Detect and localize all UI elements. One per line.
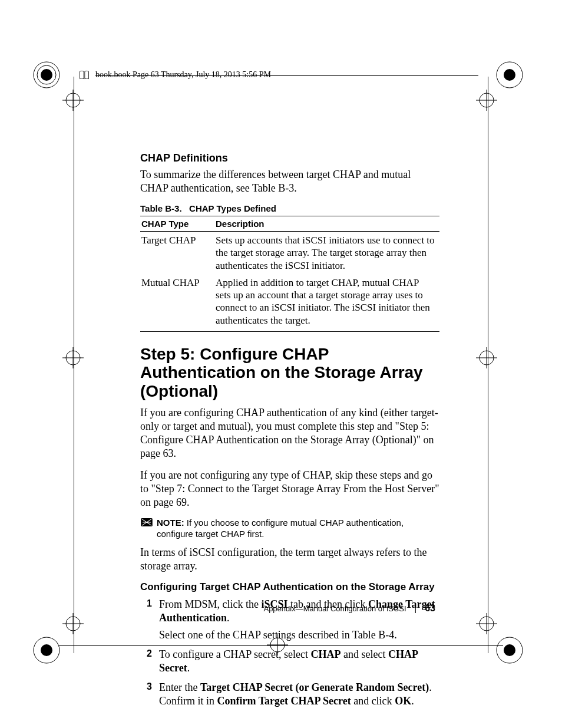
printer-mark-icon	[267, 634, 290, 658]
step1-line2: Select one of the CHAP settings describe…	[159, 628, 439, 642]
table-row: Mutual CHAP Applied in addition to targe…	[140, 274, 439, 332]
chap-types-table: CHAP Type Description Target CHAP Sets u…	[140, 216, 439, 332]
step-number: 3	[140, 681, 152, 708]
footer-separator: |	[415, 604, 417, 613]
crop-line	[488, 77, 488, 653]
footer-page-number: 63	[425, 603, 435, 614]
config-target-heading: Configuring Target CHAP Authentication o…	[140, 581, 439, 593]
table-caption-prefix: Table B-3.	[140, 203, 182, 213]
svg-point-2	[41, 69, 52, 81]
note-body: If you choose to configure mutual CHAP a…	[157, 518, 404, 539]
step5-para2: If you are not configuring any type of C…	[140, 469, 439, 509]
cell-type: Mutual CHAP	[140, 274, 214, 332]
table-row: Target CHAP Sets up accounts that iSCSI …	[140, 232, 439, 274]
crop-line	[59, 645, 503, 646]
svg-point-24	[504, 644, 515, 656]
step-body: To configure a CHAP secret, select CHAP …	[159, 648, 439, 675]
printer-mark-icon	[495, 635, 530, 671]
note-text: NOTE: If you choose to configure mutual …	[157, 518, 439, 540]
table-caption-title: CHAP Types Defined	[189, 203, 276, 213]
table-header-type: CHAP Type	[140, 216, 214, 232]
chap-definitions-heading: CHAP Definitions	[140, 152, 439, 164]
chap-definitions-para: To summarize the differences between tar…	[140, 168, 439, 195]
step-number: 1	[140, 598, 152, 642]
printer-mark-icon	[495, 60, 530, 95]
step5-heading: Step 5: Configure CHAP Authentication on…	[140, 345, 439, 400]
cell-type: Target CHAP	[140, 232, 214, 274]
svg-point-19	[41, 644, 52, 656]
note-block: NOTE: If you choose to configure mutual …	[140, 518, 439, 540]
header-rule	[95, 75, 478, 76]
printer-mark-icon	[62, 613, 86, 637]
list-item: 3 Enter the Target CHAP Secret (or Gener…	[140, 681, 439, 708]
crop-line	[74, 77, 74, 653]
step-body: Enter the Target CHAP Secret (or Generat…	[159, 681, 439, 708]
page-header-text: book.book Page 63 Thursday, July 18, 201…	[95, 70, 271, 80]
printer-mark-icon	[62, 347, 86, 371]
page-header: book.book Page 63 Thursday, July 18, 201…	[78, 68, 271, 81]
table-caption: Table B-3. CHAP Types Defined	[140, 203, 439, 213]
cell-desc: Sets up accounts that iSCSI initiators u…	[214, 232, 439, 274]
step-number: 2	[140, 648, 152, 675]
footer-appendix: Appendix—Manual Configuration of iSCSI	[263, 604, 406, 613]
table-header-desc: Description	[214, 216, 439, 232]
page-content: CHAP Definitions To summarize the differ…	[140, 152, 439, 714]
page-footer: Appendix—Manual Configuration of iSCSI |…	[263, 603, 435, 614]
printer-mark-icon	[32, 60, 67, 95]
step5-para1: If you are configuring CHAP authenticati…	[140, 406, 439, 460]
cell-desc: Applied in addition to target CHAP, mutu…	[214, 274, 439, 332]
printer-mark-icon	[32, 635, 67, 671]
printer-mark-icon	[62, 90, 86, 113]
note-label: NOTE:	[157, 518, 184, 528]
note-icon	[140, 518, 153, 527]
svg-point-8	[504, 69, 515, 81]
step5-para3: In terms of iSCSI configuration, the ter…	[140, 546, 439, 573]
book-icon	[78, 68, 91, 81]
